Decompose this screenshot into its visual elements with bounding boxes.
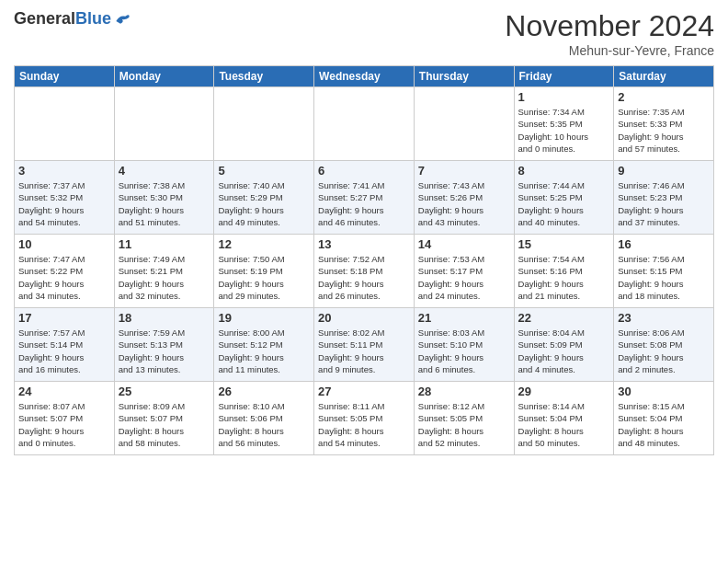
calendar-day: 30Sunrise: 8:15 AMSunset: 5:04 PMDayligh… bbox=[614, 382, 714, 455]
calendar-day: 5Sunrise: 7:40 AMSunset: 5:29 PMDaylight… bbox=[214, 161, 314, 235]
location: Mehun-sur-Yevre, France bbox=[505, 43, 714, 58]
weekday-header: Thursday bbox=[414, 66, 514, 87]
page-header: GeneralBlue November 2024 Mehun-sur-Yevr… bbox=[14, 9, 714, 58]
calendar-day: 27Sunrise: 8:11 AMSunset: 5:05 PMDayligh… bbox=[314, 382, 415, 455]
calendar-day: 19Sunrise: 8:00 AMSunset: 5:12 PMDayligh… bbox=[214, 308, 314, 382]
title-block: November 2024 Mehun-sur-Yevre, France bbox=[505, 9, 714, 58]
calendar-day bbox=[414, 87, 514, 161]
day-number: 22 bbox=[518, 311, 610, 325]
day-number: 25 bbox=[119, 385, 210, 398]
day-number: 4 bbox=[119, 164, 210, 178]
calendar-day: 12Sunrise: 7:50 AMSunset: 5:19 PMDayligh… bbox=[214, 235, 314, 308]
day-number: 6 bbox=[318, 164, 410, 178]
calendar-table: SundayMondayTuesdayWednesdayThursdayFrid… bbox=[14, 65, 714, 455]
calendar-day: 8Sunrise: 7:44 AMSunset: 5:25 PMDaylight… bbox=[514, 161, 614, 235]
day-info: Sunrise: 7:44 AMSunset: 5:25 PMDaylight:… bbox=[518, 179, 610, 228]
calendar-day: 9Sunrise: 7:46 AMSunset: 5:23 PMDaylight… bbox=[614, 161, 714, 235]
calendar-day: 16Sunrise: 7:56 AMSunset: 5:15 PMDayligh… bbox=[614, 235, 714, 308]
calendar-day: 2Sunrise: 7:35 AMSunset: 5:33 PMDaylight… bbox=[614, 87, 714, 161]
day-number: 13 bbox=[318, 237, 410, 251]
day-number: 3 bbox=[18, 164, 110, 178]
weekday-header: Tuesday bbox=[214, 66, 314, 87]
calendar-day: 4Sunrise: 7:38 AMSunset: 5:30 PMDaylight… bbox=[114, 161, 214, 235]
calendar-day: 22Sunrise: 8:04 AMSunset: 5:09 PMDayligh… bbox=[514, 308, 614, 382]
day-number: 7 bbox=[418, 164, 510, 178]
day-info: Sunrise: 7:43 AMSunset: 5:26 PMDaylight:… bbox=[418, 179, 510, 228]
calendar-day bbox=[214, 87, 314, 161]
day-number: 19 bbox=[218, 311, 310, 325]
weekday-header: Saturday bbox=[614, 66, 714, 87]
day-number: 8 bbox=[518, 164, 610, 178]
day-info: Sunrise: 8:10 AMSunset: 5:06 PMDaylight:… bbox=[218, 400, 310, 449]
day-number: 20 bbox=[318, 311, 410, 325]
day-info: Sunrise: 7:54 AMSunset: 5:16 PMDaylight:… bbox=[518, 253, 610, 302]
calendar-week-row: 24Sunrise: 8:07 AMSunset: 5:07 PMDayligh… bbox=[15, 382, 714, 455]
calendar-day: 3Sunrise: 7:37 AMSunset: 5:32 PMDaylight… bbox=[15, 161, 115, 235]
day-info: Sunrise: 8:11 AMSunset: 5:05 PMDaylight:… bbox=[318, 400, 410, 449]
day-info: Sunrise: 8:02 AMSunset: 5:11 PMDaylight:… bbox=[318, 327, 410, 375]
calendar-day: 15Sunrise: 7:54 AMSunset: 5:16 PMDayligh… bbox=[514, 235, 614, 308]
day-number: 5 bbox=[218, 164, 310, 178]
day-number: 15 bbox=[518, 237, 610, 251]
day-number: 9 bbox=[618, 164, 710, 178]
day-number: 2 bbox=[618, 90, 710, 104]
calendar-day bbox=[114, 87, 214, 161]
day-number: 24 bbox=[18, 385, 110, 398]
weekday-header-row: SundayMondayTuesdayWednesdayThursdayFrid… bbox=[15, 66, 714, 87]
day-number: 18 bbox=[119, 311, 210, 325]
day-info: Sunrise: 7:47 AMSunset: 5:22 PMDaylight:… bbox=[18, 253, 110, 302]
weekday-header: Sunday bbox=[15, 66, 115, 87]
calendar-day: 21Sunrise: 8:03 AMSunset: 5:10 PMDayligh… bbox=[414, 308, 514, 382]
calendar-day: 24Sunrise: 8:07 AMSunset: 5:07 PMDayligh… bbox=[15, 382, 115, 455]
day-number: 16 bbox=[618, 237, 710, 251]
day-number: 28 bbox=[418, 385, 510, 398]
day-info: Sunrise: 7:38 AMSunset: 5:30 PMDaylight:… bbox=[119, 179, 210, 228]
day-info: Sunrise: 7:34 AMSunset: 5:35 PMDaylight:… bbox=[518, 106, 610, 155]
day-info: Sunrise: 8:07 AMSunset: 5:07 PMDaylight:… bbox=[18, 400, 110, 449]
calendar-day: 13Sunrise: 7:52 AMSunset: 5:18 PMDayligh… bbox=[314, 235, 415, 308]
calendar-day: 6Sunrise: 7:41 AMSunset: 5:27 PMDaylight… bbox=[314, 161, 415, 235]
day-info: Sunrise: 7:49 AMSunset: 5:21 PMDaylight:… bbox=[119, 253, 210, 302]
calendar-day: 18Sunrise: 7:59 AMSunset: 5:13 PMDayligh… bbox=[114, 308, 214, 382]
day-info: Sunrise: 7:50 AMSunset: 5:19 PMDaylight:… bbox=[218, 253, 310, 302]
calendar-day bbox=[15, 87, 115, 161]
calendar-page: GeneralBlue November 2024 Mehun-sur-Yevr… bbox=[0, 0, 728, 563]
day-info: Sunrise: 7:41 AMSunset: 5:27 PMDaylight:… bbox=[318, 179, 410, 228]
day-number: 17 bbox=[18, 311, 110, 325]
day-info: Sunrise: 8:00 AMSunset: 5:12 PMDaylight:… bbox=[218, 327, 310, 375]
day-info: Sunrise: 7:46 AMSunset: 5:23 PMDaylight:… bbox=[618, 179, 710, 228]
day-info: Sunrise: 7:35 AMSunset: 5:33 PMDaylight:… bbox=[618, 106, 710, 155]
calendar-day: 17Sunrise: 7:57 AMSunset: 5:14 PMDayligh… bbox=[15, 308, 115, 382]
calendar-week-row: 1Sunrise: 7:34 AMSunset: 5:35 PMDaylight… bbox=[15, 87, 714, 161]
calendar-day bbox=[314, 87, 415, 161]
day-number: 10 bbox=[18, 237, 110, 251]
day-number: 21 bbox=[418, 311, 510, 325]
day-info: Sunrise: 7:37 AMSunset: 5:32 PMDaylight:… bbox=[18, 179, 110, 228]
day-info: Sunrise: 8:12 AMSunset: 5:05 PMDaylight:… bbox=[418, 400, 510, 449]
day-number: 14 bbox=[418, 237, 510, 251]
calendar-week-row: 3Sunrise: 7:37 AMSunset: 5:32 PMDaylight… bbox=[15, 161, 714, 235]
logo-general: General bbox=[14, 9, 75, 29]
day-number: 1 bbox=[518, 90, 610, 104]
day-number: 26 bbox=[218, 385, 310, 398]
logo: GeneralBlue bbox=[14, 9, 131, 29]
day-number: 30 bbox=[618, 385, 710, 398]
day-info: Sunrise: 8:09 AMSunset: 5:07 PMDaylight:… bbox=[119, 400, 210, 449]
day-info: Sunrise: 7:52 AMSunset: 5:18 PMDaylight:… bbox=[318, 253, 410, 302]
calendar-week-row: 10Sunrise: 7:47 AMSunset: 5:22 PMDayligh… bbox=[15, 235, 714, 308]
calendar-day: 26Sunrise: 8:10 AMSunset: 5:06 PMDayligh… bbox=[214, 382, 314, 455]
calendar-day: 29Sunrise: 8:14 AMSunset: 5:04 PMDayligh… bbox=[514, 382, 614, 455]
bird-icon bbox=[113, 10, 131, 29]
day-number: 23 bbox=[618, 311, 710, 325]
day-info: Sunrise: 8:06 AMSunset: 5:08 PMDaylight:… bbox=[618, 327, 710, 375]
day-number: 11 bbox=[119, 237, 210, 251]
day-info: Sunrise: 8:14 AMSunset: 5:04 PMDaylight:… bbox=[518, 400, 610, 449]
logo-text: GeneralBlue bbox=[14, 9, 131, 29]
calendar-day: 11Sunrise: 7:49 AMSunset: 5:21 PMDayligh… bbox=[114, 235, 214, 308]
calendar-day: 14Sunrise: 7:53 AMSunset: 5:17 PMDayligh… bbox=[414, 235, 514, 308]
day-info: Sunrise: 8:04 AMSunset: 5:09 PMDaylight:… bbox=[518, 327, 610, 375]
calendar-day: 20Sunrise: 8:02 AMSunset: 5:11 PMDayligh… bbox=[314, 308, 415, 382]
day-info: Sunrise: 7:56 AMSunset: 5:15 PMDaylight:… bbox=[618, 253, 710, 302]
day-number: 29 bbox=[518, 385, 610, 398]
calendar-week-row: 17Sunrise: 7:57 AMSunset: 5:14 PMDayligh… bbox=[15, 308, 714, 382]
